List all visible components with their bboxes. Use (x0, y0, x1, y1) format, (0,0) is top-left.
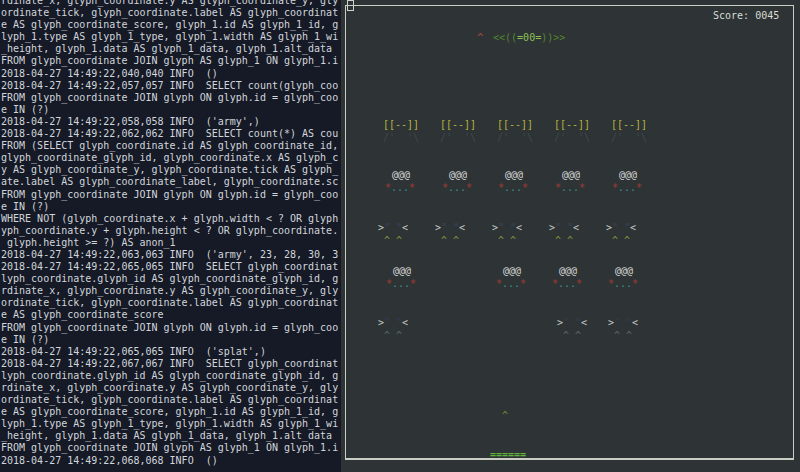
log-line: e IN (?) (1, 201, 341, 213)
log-line: 2018-04-27 14:49:22,068,068 INFO () (1, 455, 341, 467)
alien-b: @@@*...* (505, 168, 528, 194)
alien-c: >" "<^ ^ (492, 221, 522, 247)
glyph-part: ... (392, 278, 410, 289)
glyph-part: ^ ^ (612, 235, 630, 246)
alien-a: [[--]]/' '\ (611, 118, 647, 144)
alien-a: [[--]]/' '\ (554, 118, 590, 144)
army-layer: [[--]]/' '\[[--]]/' '\[[--]]/' '\[[--]]/… (341, 0, 800, 472)
log-line: FROM (SELECT glyph_coordinate.id AS glyp… (1, 140, 341, 152)
log-line: FROM glyph_coordinate JOIN glyph ON glyp… (1, 92, 341, 104)
log-line: 2018-04-27 14:49:22,057,057 INFO SELECT … (1, 80, 341, 92)
log-line: FROM glyph_coordinate JOIN glyph AS glyp… (1, 442, 341, 454)
glyph-part: < (402, 222, 408, 233)
alien-b: @@@*...* (619, 168, 642, 194)
glyph-part: [[--]] (440, 119, 476, 130)
glyph-part: " " (441, 222, 459, 233)
terminal-log: rdinate_x, glyph_coordinate.y AS glyph_c… (0, 0, 341, 467)
log-line: ordinate_tick, glyph_coordinate.label AS… (1, 297, 341, 309)
log-line: lyph_1.type AS glyph_1_type, glyph_1.wid… (1, 418, 341, 430)
alien-c: >" "<^ ^ (435, 221, 465, 247)
log-line: e AS glyph_coordinate_score, glyph_1.id … (1, 19, 341, 31)
glyph-part: /' '\ (497, 132, 533, 143)
glyph-part: /' '\ (554, 132, 590, 143)
glyph-part: @@@ (392, 169, 410, 180)
log-line: _height, glyph_1.data AS glyph_1_data, g… (1, 43, 341, 55)
glyph-part: ^ ^ (441, 235, 459, 246)
log-line: e IN (?) (1, 104, 341, 116)
glyph-part: @@@ (393, 265, 411, 276)
glyph-part: ... (391, 182, 409, 193)
log-line: 2018-04-27 14:49:22,062,062 INFO SELECT … (1, 128, 341, 140)
log-line: ordinate_tick, glyph_coordinate.label AS… (1, 394, 341, 406)
log-line: _height, glyph_1.data AS glyph_1_data, g… (1, 430, 341, 442)
glyph-part: * (579, 182, 585, 193)
terminal-log-pane[interactable]: rdinate_x, glyph_coordinate.y AS glyph_c… (0, 0, 341, 472)
glyph-part: ... (448, 182, 466, 193)
alien-b: @@@*...* (615, 264, 638, 290)
glyph-part: * (576, 278, 582, 289)
log-line: rdinate_x, glyph_coordinate.y AS glyph_c… (1, 0, 341, 7)
glyph-part: @@@ (503, 265, 521, 276)
log-line: yph_coordinate.y + glyph.height < ? OR g… (1, 225, 341, 237)
glyph-part: ^ ^ (384, 235, 402, 246)
glyph-part: " " (384, 222, 402, 233)
alien-d: >" "<^ ^ (557, 316, 587, 342)
log-line: 2018-04-27 14:49:22,065,065 INFO ('splat… (1, 346, 341, 358)
glyph-part: < (573, 222, 579, 233)
log-line: e AS glyph_coordinate_score, glyph_1.id … (1, 406, 341, 418)
glyph-part: ... (618, 182, 636, 193)
log-line: 2018-04-27 14:49:22,065,065 INFO SELECT … (1, 261, 341, 273)
glyph-part: ... (502, 278, 520, 289)
alien-d: >" "<^ ^ (378, 316, 408, 342)
glyph-part: @@@ (559, 265, 577, 276)
glyph-part: * (520, 278, 526, 289)
glyph-part: ^ ^ (555, 235, 573, 246)
alien-b: @@@*...* (559, 264, 582, 290)
glyph-part: /' '\ (383, 132, 419, 143)
alien-a: [[--]]/' '\ (440, 118, 476, 144)
game-pane[interactable]: Score: 0045 ^ <<((=00=))>> [[--]]/' '\[[… (341, 0, 800, 472)
glyph-part: [[--]] (554, 119, 590, 130)
player-ship: ^ ====== (490, 383, 526, 472)
glyph-part: < (630, 222, 636, 233)
glyph-part: < (459, 222, 465, 233)
log-line: 2018-04-27 14:49:22,063,063 INFO ('army'… (1, 249, 341, 261)
log-line: FROM glyph_coordinate JOIN glyph AS glyp… (1, 55, 341, 67)
ship-base: ====== (490, 448, 526, 461)
glyph-part: " " (498, 222, 516, 233)
log-line: rdinate_x, glyph_coordinate.y AS glyph_c… (1, 382, 341, 394)
ship-cannon: ^ (490, 409, 526, 422)
alien-b: @@@*...* (449, 168, 472, 194)
alien-b: @@@*...* (392, 168, 415, 194)
glyph-part: " " (563, 317, 581, 328)
glyph-part: * (466, 182, 472, 193)
glyph-part: @@@ (562, 169, 580, 180)
glyph-part: " " (612, 222, 630, 233)
alien-c: >" "<^ ^ (549, 221, 579, 247)
log-line: e IN (?) (1, 334, 341, 346)
glyph-part: " " (614, 317, 632, 328)
glyph-part: ^ ^ (563, 330, 581, 341)
glyph-part: * (522, 182, 528, 193)
log-line: 2018-04-27 14:49:22,040,040 INFO () (1, 68, 341, 80)
alien-c: >" "<^ ^ (378, 221, 408, 247)
log-line: ate.label AS glyph_coordinate_label, gly… (1, 176, 341, 188)
log-line: ordinate_tick, glyph_coordinate.label AS… (1, 7, 341, 19)
glyph-part: < (581, 317, 587, 328)
glyph-part: [[--]] (497, 119, 533, 130)
alien-b: @@@*...* (562, 168, 585, 194)
alien-b: @@@*...* (503, 264, 526, 290)
glyph-part: * (409, 182, 415, 193)
log-line: 2018-04-27 14:49:22,067,067 INFO SELECT … (1, 358, 341, 370)
glyph-part: ^ ^ (614, 330, 632, 341)
glyph-part: @@@ (505, 169, 523, 180)
glyph-part: < (402, 317, 408, 328)
glyph-part: @@@ (615, 265, 633, 276)
glyph-part: @@@ (449, 169, 467, 180)
log-line: lyph_coordinate.glyph_id AS glyph_coordi… (1, 370, 341, 382)
log-line: FROM glyph_coordinate JOIN glyph ON glyp… (1, 322, 341, 334)
tmux-screen: rdinate_x, glyph_coordinate.y AS glyph_c… (0, 0, 800, 472)
log-line: FROM glyph_coordinate JOIN glyph ON glyp… (1, 189, 341, 201)
glyph-part: ^ ^ (384, 330, 402, 341)
glyph-part: < (516, 222, 522, 233)
